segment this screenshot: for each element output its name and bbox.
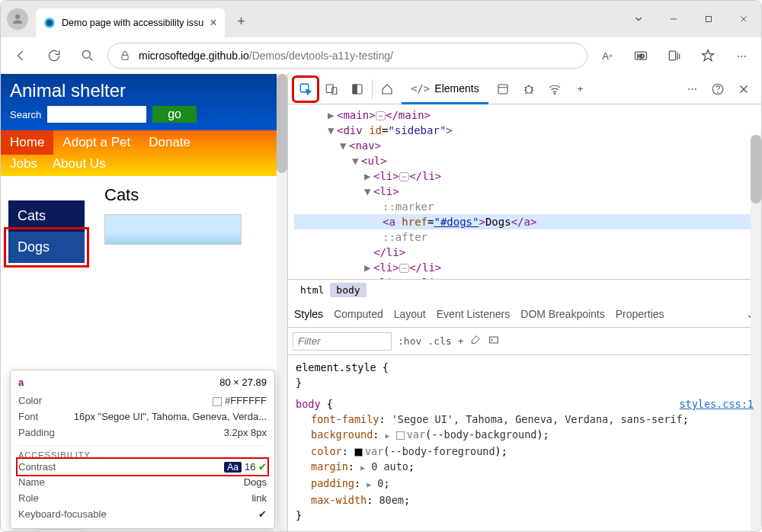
url-domain: microsoftedge.github.io bbox=[139, 50, 249, 62]
svg-text:HD: HD bbox=[637, 53, 645, 59]
tt-a11y-header: ACCESSIBILITY bbox=[18, 445, 267, 460]
tooltip-tag: a bbox=[18, 377, 24, 388]
more-tools-icon[interactable]: ⋯ bbox=[680, 78, 703, 101]
devtools-toolbar: </> Elements + ⋯ bbox=[288, 74, 761, 104]
sidenav-cats[interactable]: Cats bbox=[8, 200, 85, 232]
content-body: Cats bbox=[104, 185, 242, 263]
cat-image-placeholder bbox=[104, 214, 242, 245]
search-input[interactable] bbox=[47, 106, 146, 123]
nav-about[interactable]: About Us bbox=[53, 156, 106, 171]
chevron-down-icon[interactable] bbox=[621, 4, 656, 34]
go-button[interactable]: go bbox=[152, 106, 197, 123]
subtab-computed[interactable]: Computed bbox=[334, 308, 383, 320]
maximize-button[interactable] bbox=[691, 4, 726, 34]
svg-rect-6 bbox=[122, 55, 128, 59]
aa-badge: Aa bbox=[224, 462, 242, 473]
svg-rect-15 bbox=[498, 85, 507, 94]
dom-tree[interactable]: ▶<main>⋯</main> ▼<div id="sidebar"> ▼<na… bbox=[288, 104, 761, 279]
network-icon[interactable] bbox=[543, 78, 566, 101]
crumb-body[interactable]: body bbox=[330, 283, 366, 297]
close-window-button[interactable] bbox=[726, 4, 761, 34]
page-scrollbar[interactable] bbox=[277, 74, 287, 532]
subtab-props[interactable]: Properties bbox=[616, 308, 664, 320]
hov-toggle[interactable]: :hov bbox=[398, 335, 421, 347]
page-title: Animal shelter bbox=[10, 80, 278, 101]
nav-home[interactable]: Home bbox=[1, 130, 53, 155]
content-heading: Cats bbox=[104, 185, 242, 205]
subtab-layout[interactable]: Layout bbox=[394, 308, 426, 320]
new-tab-button[interactable]: + bbox=[229, 9, 254, 34]
dom-selected-line[interactable]: <a href="#dogs">Dogs</a> bbox=[294, 214, 761, 229]
svg-point-2 bbox=[46, 20, 53, 26]
search-label: Search bbox=[10, 109, 41, 120]
close-devtools-button[interactable] bbox=[732, 78, 755, 101]
add-tab-button[interactable]: + bbox=[569, 78, 592, 101]
webpage-viewport: Animal shelter Search go Home Adopt a Pe… bbox=[1, 74, 287, 532]
person-icon bbox=[11, 12, 24, 26]
brush-icon[interactable] bbox=[469, 334, 482, 348]
favorite-icon[interactable] bbox=[694, 42, 722, 69]
tt-color-label: Color bbox=[18, 395, 42, 406]
minimize-button[interactable] bbox=[656, 4, 691, 34]
url-path: /Demos/devtools-a11y-testing/ bbox=[249, 50, 393, 62]
elements-tab[interactable]: </> Elements bbox=[402, 74, 488, 104]
svg-rect-4 bbox=[706, 17, 712, 22]
filter-input[interactable] bbox=[293, 332, 392, 351]
back-button[interactable] bbox=[7, 42, 34, 69]
cls-toggle[interactable]: .cls bbox=[427, 335, 451, 347]
tt-font-value: 16px "Segoe UI", Tahoma, Geneva, Verda..… bbox=[74, 411, 267, 422]
close-tab-icon[interactable]: × bbox=[210, 16, 216, 30]
nav-jobs[interactable]: Jobs bbox=[10, 156, 50, 171]
app-tab-icon[interactable] bbox=[491, 78, 514, 101]
side-nav: Cats Dogs bbox=[1, 185, 92, 263]
bug-icon[interactable] bbox=[517, 78, 540, 101]
subtab-dombp[interactable]: DOM Breakpoints bbox=[520, 308, 604, 320]
sidenav-dogs[interactable]: Dogs bbox=[8, 232, 85, 263]
welcome-tab[interactable] bbox=[376, 78, 399, 101]
svg-point-0 bbox=[15, 14, 20, 19]
svg-rect-12 bbox=[332, 87, 337, 94]
check-icon: ✔ bbox=[258, 461, 267, 473]
read-aloud-icon[interactable]: A» bbox=[594, 42, 621, 69]
device-emulation-button[interactable] bbox=[320, 78, 343, 101]
edge-favicon-icon bbox=[43, 17, 56, 29]
tt-padding-value: 3.2px 8px bbox=[224, 427, 267, 438]
browser-tab[interactable]: Demo page with accessibility issu × bbox=[36, 8, 225, 37]
hd-icon[interactable]: HD bbox=[627, 42, 655, 69]
svg-rect-9 bbox=[669, 51, 675, 60]
tab-title: Demo page with accessibility issu bbox=[62, 18, 203, 28]
subtab-styles[interactable]: Styles bbox=[294, 308, 323, 320]
styles-body[interactable]: element.style { } body { styles.css:1 fo… bbox=[288, 355, 761, 532]
styles-tabs: Styles Computed Layout Event Listeners D… bbox=[288, 300, 761, 328]
address-bar[interactable]: microsoftedge.github.io/Demos/devtools-a… bbox=[107, 43, 588, 69]
styles-toolbar: :hov .cls + bbox=[288, 328, 761, 355]
search-icon[interactable] bbox=[74, 42, 101, 69]
collections-icon[interactable] bbox=[661, 42, 688, 69]
svg-point-18 bbox=[554, 93, 555, 95]
refresh-button[interactable] bbox=[40, 42, 68, 69]
tt-padding-label: Padding bbox=[18, 427, 55, 438]
subtab-events[interactable]: Event Listeners bbox=[437, 308, 511, 320]
crumb-html[interactable]: html bbox=[294, 283, 330, 297]
dock-icon[interactable] bbox=[346, 78, 369, 101]
devtools-panel: </> Elements + ⋯ ▶<main>⋯</main> ▼<div i… bbox=[287, 74, 761, 532]
new-style-button[interactable]: + bbox=[458, 335, 464, 347]
nav-row2: Jobs About Us bbox=[1, 155, 287, 176]
nav-donate[interactable]: Donate bbox=[139, 130, 200, 155]
inspect-element-button[interactable] bbox=[294, 78, 317, 101]
browser-titlebar: Demo page with accessibility issu × + bbox=[1, 1, 761, 37]
svg-rect-14 bbox=[353, 85, 357, 94]
profile-avatar[interactable] bbox=[7, 8, 28, 30]
user-agent-label: user agent stylesheet bbox=[623, 529, 754, 532]
page-banner: Animal shelter Search go bbox=[1, 74, 287, 130]
inspect-tooltip: a 80 × 27.89 Color#FFFFFF Font16px "Sego… bbox=[10, 370, 275, 529]
panel-toggle-icon[interactable] bbox=[488, 334, 500, 348]
css-source-link[interactable]: styles.css:1 bbox=[679, 396, 754, 412]
browser-toolbar: microsoftedge.github.io/Demos/devtools-a… bbox=[1, 37, 761, 74]
help-icon[interactable] bbox=[706, 78, 729, 101]
nav-adopt[interactable]: Adopt a Pet bbox=[53, 130, 139, 155]
body-rule: body { styles.css:1 bbox=[296, 396, 754, 412]
more-icon[interactable]: ⋯ bbox=[728, 42, 755, 69]
tt-contrast-row: Contrast Aa16 ✔ bbox=[18, 460, 267, 474]
element-style-rule: element.style { bbox=[296, 360, 754, 375]
